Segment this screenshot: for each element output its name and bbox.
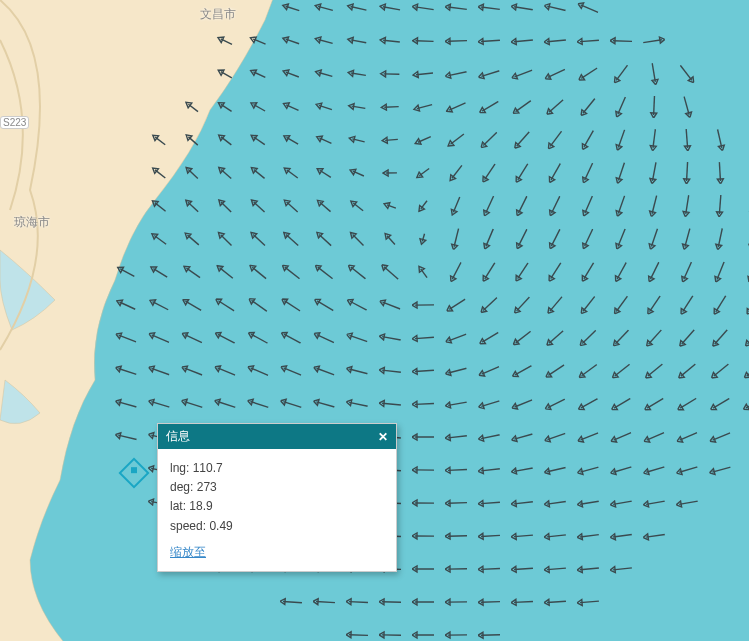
field-deg: deg273: [170, 478, 384, 497]
zoom-to-link[interactable]: 缩放至: [170, 544, 206, 561]
popup-header[interactable]: 信息 ✕: [158, 424, 396, 449]
info-popup: 信息 ✕ lng110.7 deg273 lat18.9 speed0.49 缩…: [157, 423, 397, 572]
field-lng: lng110.7: [170, 459, 384, 478]
popup-title: 信息: [166, 428, 190, 445]
close-icon[interactable]: ✕: [378, 431, 388, 443]
field-speed: speed0.49: [170, 517, 384, 536]
field-lat: lat18.9: [170, 497, 384, 516]
map-viewport[interactable]: 文昌市 琼海市 S223 信息 ✕ lng110.7 deg273 lat18.…: [0, 0, 749, 641]
popup-body: lng110.7 deg273 lat18.9 speed0.49: [158, 449, 396, 542]
